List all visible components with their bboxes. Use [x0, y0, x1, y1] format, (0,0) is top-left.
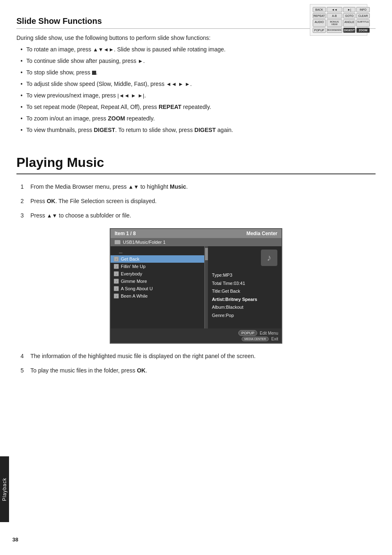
steps-list-2: 4 The information of the highlighted mus… — [21, 352, 376, 375]
step-1: 1 From the Media Browser menu, press ▲▼ … — [21, 183, 376, 191]
media-center-btn[interactable]: MEDIA CENTER — [242, 337, 269, 341]
remote-btn-fwd: ►| — [343, 7, 355, 12]
bullet-1: To rotate an image, press ▲▼◄►. Slide sh… — [21, 45, 376, 54]
info-genre: Genre:Pop — [212, 312, 277, 319]
remote-btn-clear: CLEAR — [356, 13, 370, 18]
media-center-screen: Item 1 / 8 Media Center USB1/Music/Folde… — [110, 228, 282, 344]
footer-row-1: POPUP Edit Menu — [114, 330, 278, 336]
media-body: ... ♪ Get Back ♪ Fillin' Me Up ♪ Everybo… — [111, 246, 281, 328]
file-item-fillin[interactable]: ♪ Fillin' Me Up — [111, 263, 204, 270]
step-2: 2 Press OK. The File Selection screen is… — [21, 197, 376, 206]
slideshow-section: Slide Show Functions During slide show, … — [16, 16, 376, 134]
exit-label: Exit — [271, 337, 278, 341]
bullet-8: To view thumbnails, press DIGEST. To ret… — [21, 126, 376, 134]
file-item-everybody[interactable]: ♪ Everybody — [111, 270, 204, 278]
info-total-time: Total Time:03:41 — [212, 280, 277, 287]
media-header-title: Media Center — [247, 231, 277, 236]
info-artist: Artist:Britney Spears — [212, 296, 277, 303]
bullet-6: To set repeat mode (Repeat, Repeat All, … — [21, 103, 376, 111]
bullet-3: To stop slide show, press . — [21, 68, 376, 77]
info-type: Type:MP3 — [212, 272, 277, 279]
step-3: 3 Press ▲▼ to choose a subfolder or file… — [21, 211, 376, 220]
sidebar-tab: Playback — [0, 456, 9, 522]
bullet-5: To view previous/next image, press |◄◄ ►… — [21, 91, 376, 100]
remote-btn-ab: A-B — [327, 13, 343, 18]
playing-music-section: Playing Music 1 From the Media Browser m… — [16, 155, 376, 375]
remote-btn-bookmark: BOOKMARK — [327, 28, 343, 33]
sidebar-label: Playback — [2, 478, 7, 501]
music-file-icon: ♪ — [114, 279, 119, 284]
scroll-bar[interactable] — [205, 246, 208, 328]
file-item-getback[interactable]: ♪ Get Back — [111, 255, 204, 263]
media-header: Item 1 / 8 Media Center — [111, 229, 281, 238]
media-path-bar: USB1/Music/Folder 1 — [111, 238, 281, 246]
step-5: 5 To play the music files in the folder,… — [21, 366, 376, 375]
remote-btn-back: BACK — [313, 7, 326, 12]
remote-btn-rew: ◄◄ — [327, 7, 343, 12]
file-item-been[interactable]: ♪ Been A While — [111, 292, 204, 300]
music-file-icon: ♪ — [114, 294, 119, 298]
footer-row-2: MEDIA CENTER Exit — [114, 337, 278, 341]
step-4: 4 The information of the highlighted mus… — [21, 352, 376, 361]
slideshow-bullets: To rotate an image, press ▲▼◄►. Slide sh… — [21, 45, 376, 134]
remote-btn-goto: GOTO — [343, 13, 355, 18]
file-list: ... ♪ Get Back ♪ Fillin' Me Up ♪ Everybo… — [111, 246, 205, 328]
music-file-icon: ♪ — [114, 257, 119, 261]
music-file-icon: ♪ — [114, 271, 119, 276]
main-content: Slide Show Functions During slide show, … — [16, 0, 376, 375]
scroll-thumb — [205, 248, 208, 260]
file-item-gimme[interactable]: ♪ Gimme More — [111, 278, 204, 285]
edit-menu-label: Edit Menu — [260, 331, 278, 335]
remote-btn-repeat: REPEAT — [313, 13, 326, 18]
remote-btn-bonus: BONUS VIEW — [327, 19, 343, 27]
folder-icon — [115, 240, 120, 244]
playing-music-title: Playing Music — [16, 155, 376, 174]
remote-grid: BACK ◄◄ ►| INFO REPEAT A-B GOTO CLEAR AU… — [313, 7, 364, 33]
remote-btn-angle: ANGLE — [343, 19, 355, 27]
music-note-icon: ♪ — [261, 250, 277, 266]
steps-list: 1 From the Media Browser menu, press ▲▼ … — [21, 183, 376, 220]
remote-btn-audio: AUDIO — [313, 19, 326, 27]
remote-btn-subtitle: SUBTITLE — [356, 19, 370, 27]
page-number: 38 — [12, 536, 18, 543]
remote-control-image: BACK ◄◄ ►| INFO REPEAT A-B GOTO CLEAR AU… — [310, 4, 367, 36]
remote-btn-zoom: ZOOM — [356, 28, 370, 33]
bullet-4: To adjust slide show speed (Slow, Middle… — [21, 80, 376, 88]
remote-btn-digest: DIGEST — [343, 28, 355, 33]
music-file-icon: ♪ — [114, 264, 119, 269]
info-album: Album:Blackout — [212, 304, 277, 311]
info-title: Title:Get Back — [212, 288, 277, 295]
popup-btn[interactable]: POPUP — [238, 330, 257, 336]
file-item-song[interactable]: ♪ A Song About U — [111, 285, 204, 292]
media-header-item: Item 1 / 8 — [115, 231, 136, 236]
music-file-icon: ♪ — [114, 286, 119, 291]
media-footer: POPUP Edit Menu MEDIA CENTER Exit — [111, 328, 281, 343]
info-panel: ♪ Type:MP3 Total Time:03:41 Title:Get Ba… — [208, 246, 281, 328]
bullet-2: To continue slide show after pausing, pr… — [21, 57, 376, 65]
media-path: USB1/Music/Folder 1 — [123, 240, 166, 245]
remote-btn-popup: POPUP — [313, 28, 326, 33]
bullet-7: To zoom in/out an image, press ZOOM repe… — [21, 114, 376, 123]
file-item-dots[interactable]: ... — [111, 248, 204, 255]
remote-btn-info: INFO — [356, 7, 370, 12]
